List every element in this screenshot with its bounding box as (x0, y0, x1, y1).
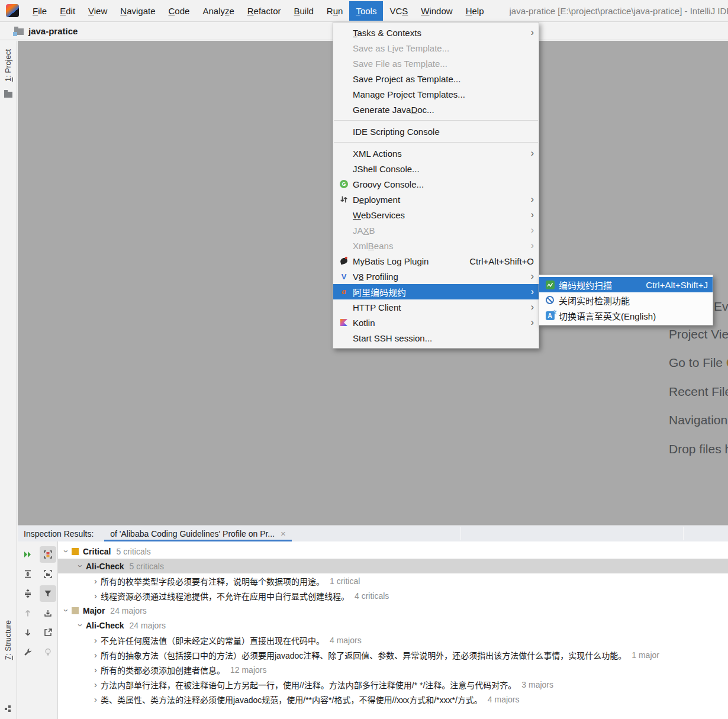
menuitem-kotlin[interactable]: Kotlin› (333, 315, 539, 330)
menu-run[interactable]: Run (320, 1, 350, 21)
translate-icon: A (546, 311, 555, 320)
quickfix-bulb-icon[interactable] (40, 644, 56, 660)
alibaba-icon: ɑ (342, 287, 346, 296)
chevron-collapsed-icon[interactable]: › (91, 694, 101, 704)
deployment-icon (340, 195, 348, 204)
mybatis-icon (340, 257, 348, 265)
menuitem-v8-profiling[interactable]: VV8 Profiling› (333, 269, 539, 284)
menu-view[interactable]: View (82, 1, 114, 21)
menuitem-save-file-template[interactable]: Save File as Template... (333, 56, 539, 71)
menuitem-xmlbeans[interactable]: XmlBeans› (333, 238, 539, 253)
tree-row[interactable]: ›所有的枚举类型字段必须要有注释，说明每个数据项的用途。1 critical (58, 573, 728, 588)
hint-goto-file: Go to File C (669, 356, 728, 370)
menuitem-disable-realtime-check[interactable]: 关闭实时检测功能 (539, 292, 713, 308)
scan-icon (546, 280, 555, 289)
inspection-panel-header: Inspection Results: of 'Alibaba Coding G… (18, 525, 728, 541)
move-up-icon[interactable] (20, 605, 36, 621)
menu-edit[interactable]: Edit (53, 1, 82, 21)
menu-separator (334, 120, 538, 121)
rerun-inspection-icon[interactable] (20, 546, 36, 563)
tree-row[interactable]: ›不允许任何魔法值（即未经定义的常量）直接出现在代码中。4 majors (58, 633, 728, 647)
menu-code[interactable]: Code (162, 1, 197, 21)
menuitem-ide-scripting-console[interactable]: IDE Scripting Console (333, 124, 539, 139)
menuitem-http-client[interactable]: HTTP Client› (333, 299, 539, 315)
menuitem-webservices[interactable]: WebServices› (333, 207, 539, 223)
group-by-directory-icon[interactable] (40, 566, 56, 582)
menu-vcs[interactable]: VCS (383, 1, 414, 21)
menu-refactor[interactable]: Refactor (241, 1, 288, 21)
menuitem-save-live-template[interactable]: Save as Live Template... (333, 40, 539, 56)
menuitem-start-ssh-session[interactable]: Start SSH session... (333, 330, 539, 346)
hint-project-view: Project Vie (669, 327, 728, 341)
submenu-arrow-icon: › (527, 287, 534, 296)
tree-row[interactable]: ›线程资源必须通过线程池提供，不允许在应用中自行显式创建线程。4 critica… (58, 588, 728, 603)
tree-row-critical[interactable]: ›Critical5 criticals (58, 544, 728, 559)
chevron-collapsed-icon[interactable]: › (91, 679, 101, 689)
open-in-new-window-icon[interactable] (40, 624, 56, 641)
tree-row[interactable]: ›所有的类都必须添加创建者信息。12 majors (58, 662, 728, 677)
menuitem-alibaba-guidelines[interactable]: ɑ阿里编码规约› (333, 284, 539, 299)
menuitem-jaxb[interactable]: JAXB› (333, 223, 539, 238)
inspection-tree: ›Critical5 criticals ›Ali-Check5 critica… (58, 541, 728, 719)
menuitem-jshell-console[interactable]: JShell Console... (333, 161, 539, 176)
hint-navigation-bar: Navigation (669, 413, 727, 427)
chevron-collapsed-icon[interactable]: › (91, 591, 101, 601)
menu-tools[interactable]: Tools (349, 1, 383, 21)
structure-icon[interactable] (5, 705, 12, 712)
move-down-icon[interactable] (20, 624, 36, 641)
menuitem-generate-javadoc[interactable]: Generate JavaDoc... (333, 102, 539, 117)
menu-window[interactable]: Window (414, 1, 459, 21)
chevron-collapsed-icon[interactable]: › (91, 576, 101, 586)
menuitem-deployment[interactable]: Deployment› (333, 192, 539, 207)
menu-navigate[interactable]: Navigate (114, 1, 162, 21)
menuitem-tasks-contexts[interactable]: Tasks & Contexts› (333, 25, 539, 40)
menuitem-mybatis-log-plugin[interactable]: MyBatis Log PluginCtrl+Alt+Shift+O (333, 253, 539, 269)
chevron-expanded-icon[interactable]: › (76, 620, 86, 630)
menu-analyze[interactable]: Analyze (196, 1, 240, 21)
submenu-arrow-icon: › (527, 210, 534, 220)
tree-row-major[interactable]: ›Major24 majors (58, 603, 728, 618)
chevron-expanded-icon[interactable]: › (76, 561, 86, 571)
toolwindow-project-button[interactable]: 1: Project (4, 49, 12, 82)
intellij-logo-icon (6, 4, 19, 17)
tree-row[interactable]: ›所有的抽象方法（包括接口中的方法）必须要用javadoc注释、除了返回值、参数… (58, 647, 728, 662)
expand-all-icon[interactable] (20, 566, 36, 582)
chevron-expanded-icon[interactable]: › (62, 605, 72, 615)
critical-severity-icon (72, 548, 79, 555)
inspection-tab[interactable]: of 'Alibaba Coding Guidelines' Profile o… (103, 525, 293, 541)
chevron-collapsed-icon[interactable]: › (91, 635, 101, 645)
menuitem-manage-project-templates[interactable]: Manage Project Templates... (333, 86, 539, 102)
menuitem-switch-language-english[interactable]: A切换语言至英文(English) (539, 308, 713, 323)
collapse-all-icon[interactable] (20, 585, 36, 602)
groovy-icon: G (340, 180, 348, 188)
breadcrumb[interactable]: java-pratice (28, 26, 78, 36)
tree-row-ali-check[interactable]: ›Ali-Check5 criticals (58, 559, 728, 573)
chevron-expanded-icon[interactable]: › (62, 546, 72, 556)
tree-row[interactable]: ›方法内部单行注释，在被注释语句上方另起一行，使用//注释。方法内部多行注释使用… (58, 677, 728, 692)
filter-icon[interactable] (40, 585, 56, 602)
menuitem-xml-actions[interactable]: XML Actions› (333, 146, 539, 161)
export-icon[interactable] (40, 605, 56, 621)
severity-group-icon[interactable] (40, 546, 56, 563)
menuitem-code-scan[interactable]: 编码规约扫描Ctrl+Alt+Shift+J (539, 277, 713, 292)
menu-help[interactable]: Help (459, 1, 491, 21)
menuitem-groovy-console[interactable]: GGroovy Console... (333, 176, 539, 192)
menu-file[interactable]: File (26, 1, 53, 21)
close-icon[interactable]: × (281, 528, 286, 539)
tree-row[interactable]: ›类、类属性、类方法的注释必须使用javadoc规范，使用/**内容*/格式，不… (58, 692, 728, 707)
menuitem-save-project-template[interactable]: Save Project as Template... (333, 71, 539, 86)
chevron-collapsed-icon[interactable]: › (91, 665, 101, 675)
submenu-arrow-icon: › (527, 318, 534, 327)
menu-separator (334, 142, 538, 143)
tree-row-ali-check[interactable]: ›Ali-Check24 majors (58, 618, 728, 633)
settings-wrench-icon[interactable] (20, 644, 36, 660)
toolwindow-structure-button[interactable]: 7: Structure (4, 620, 12, 660)
menu-build[interactable]: Build (287, 1, 320, 21)
project-folder-icon[interactable] (4, 92, 12, 98)
submenu-arrow-icon: › (527, 149, 534, 158)
submenu-arrow-icon: › (527, 272, 534, 281)
chevron-collapsed-icon[interactable]: › (91, 650, 101, 660)
block-icon (546, 296, 554, 304)
menu-bar: File Edit View Navigate Code Analyze Ref… (0, 0, 728, 22)
alibaba-submenu: 编码规约扫描Ctrl+Alt+Shift+J 关闭实时检测功能 A切换语言至英文… (539, 275, 713, 325)
